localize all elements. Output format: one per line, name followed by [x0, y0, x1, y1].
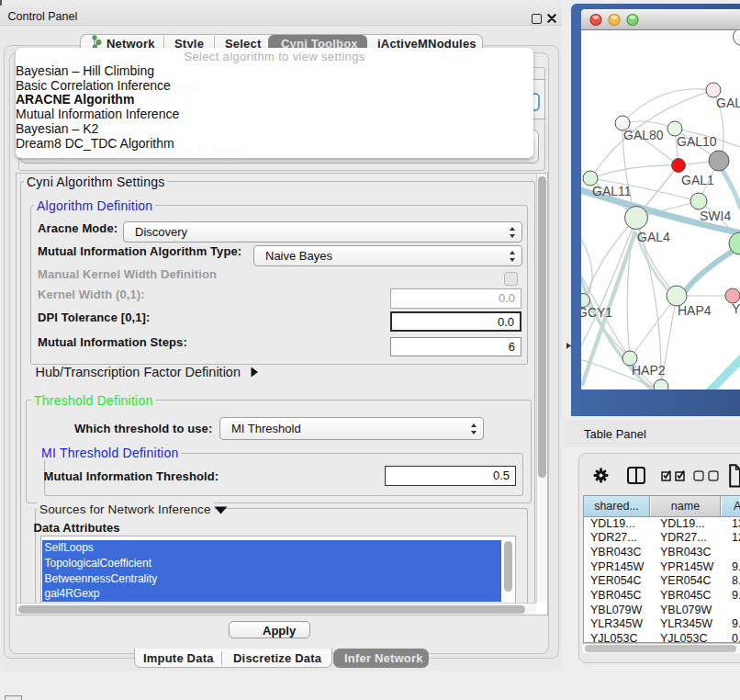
- svg-text:GAL80: GAL80: [623, 128, 664, 142]
- svg-text:GAL: GAL: [716, 96, 740, 110]
- svg-text:HAP4: HAP4: [678, 303, 712, 318]
- svg-text:GCY1: GCY1: [581, 305, 612, 320]
- svg-text:GAL10: GAL10: [677, 134, 717, 149]
- svg-text:GAL1: GAL1: [681, 173, 714, 187]
- svg-text:SWI4: SWI4: [700, 209, 731, 223]
- svg-text:Y: Y: [732, 301, 740, 316]
- svg-text:GAL11: GAL11: [592, 184, 632, 198]
- svg-text:HAP2: HAP2: [632, 363, 666, 378]
- svg-text:GAL4: GAL4: [637, 230, 670, 244]
